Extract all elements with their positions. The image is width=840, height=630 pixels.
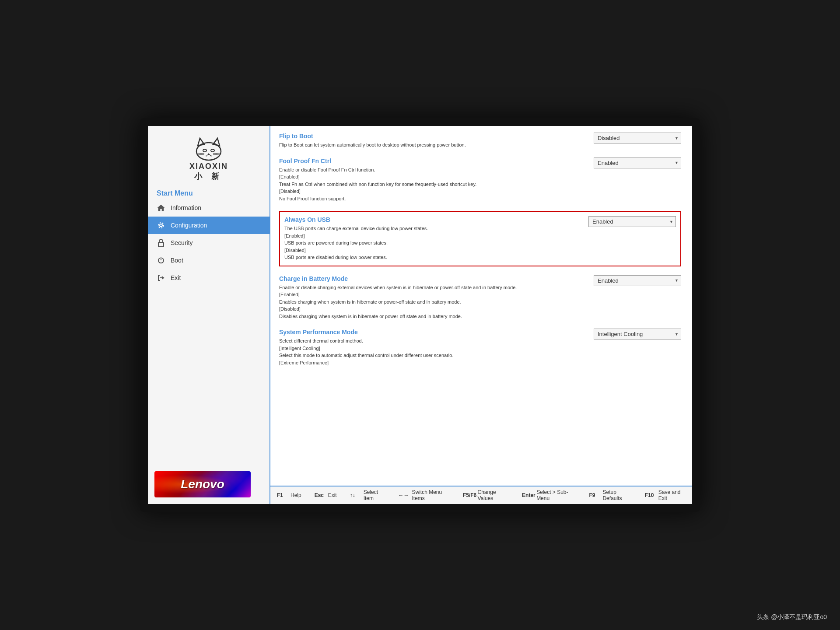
power-icon (157, 256, 165, 265)
shortcut-enter-label: Select > Sub-Menu (536, 489, 576, 501)
shortcut-f10-key: F10 (645, 492, 656, 498)
shortcut-f1-label: Help (290, 492, 301, 498)
setting-charge-in-battery-mode-control: Disabled Enabled (594, 275, 681, 286)
setting-charge-in-battery-mode-row: Charge in Battery Mode Enable or disable… (279, 275, 681, 320)
svg-marker-1 (198, 138, 204, 146)
setting-charge-in-battery-mode: Charge in Battery Mode Enable or disable… (279, 275, 681, 320)
nav-items: Information Configuration (148, 199, 270, 465)
setting-flip-to-boot-row: Flip to Boot Flip to Boot can let system… (279, 133, 681, 149)
system-performance-mode-dropdown-wrapper: Intelligent Cooling Extreme Performance … (594, 329, 681, 340)
sidebar-item-security-label: Security (171, 239, 193, 246)
sidebar-item-boot[interactable]: Boot (148, 252, 270, 269)
shortcut-f9-label: Setup Defaults (602, 489, 631, 501)
always-on-usb-dropdown-wrapper: Disabled Enabled (588, 216, 676, 227)
shortcut-f10-label: Save and Exit (658, 489, 686, 501)
monitor-bezel: XIAOXIN 小 新 Start Menu Information (140, 118, 700, 512)
bios-screen: XIAOXIN 小 新 Start Menu Information (148, 126, 692, 504)
fool-proof-fn-ctrl-dropdown-wrapper: Disabled Enabled (594, 158, 681, 168)
shortcut-arrows-ud: ↑↓ Select Item (350, 489, 385, 501)
always-on-usb-dropdown[interactable]: Disabled Enabled (588, 216, 676, 227)
lenovo-logo-area: Lenovo (148, 465, 270, 504)
setting-system-performance-mode-control: Intelligent Cooling Extreme Performance … (594, 329, 681, 340)
shortcut-arrows-lr: ←→ Switch Menu Items (398, 489, 449, 501)
sidebar-item-boot-label: Boot (171, 257, 183, 264)
svg-point-11 (158, 223, 164, 228)
shortcut-arrows-ud-label: Select Item (364, 489, 385, 501)
setting-always-on-usb-desc: The USB ports can charge external device… (284, 225, 582, 261)
setting-flip-to-boot-info: Flip to Boot Flip to Boot can let system… (279, 133, 587, 149)
setting-always-on-usb-row: Always On USB The USB ports can charge e… (284, 216, 676, 261)
setting-charge-in-battery-mode-desc: Enable or disable charging external devi… (279, 284, 587, 320)
shortcut-enter-key: Enter (522, 492, 534, 498)
setting-fool-proof-fn-ctrl: Fool Proof Fn Ctrl Enable or disable Foo… (279, 158, 681, 203)
shortcut-f10: F10 Save and Exit (645, 489, 686, 501)
bottom-bar: F1 Help Esc Exit ↑↓ Select Item ←→ Switc… (270, 486, 692, 504)
setting-always-on-usb-control: Disabled Enabled (588, 216, 676, 227)
charge-in-battery-mode-dropdown[interactable]: Disabled Enabled (594, 275, 681, 286)
setting-fool-proof-fn-ctrl-desc: Enable or disable Fool Proof Fn Ctrl fun… (279, 166, 587, 203)
sidebar-item-security[interactable]: Security (148, 234, 270, 252)
svg-rect-12 (158, 242, 164, 247)
content-area: Flip to Boot Flip to Boot can let system… (270, 126, 692, 504)
watermark: 头条 @小泽不是玛利亚o0 (757, 613, 827, 621)
lock-icon (157, 238, 165, 247)
logo-area: XIAOXIN 小 新 (148, 126, 270, 186)
shortcut-esc-label: Exit (328, 492, 337, 498)
brand-name-cn: 小 新 (194, 171, 223, 182)
start-menu-label: Start Menu (148, 186, 270, 199)
brand-name-en: XIAOXIN (189, 162, 228, 171)
svg-line-7 (197, 154, 204, 155)
sidebar-item-exit-label: Exit (171, 274, 181, 281)
system-performance-mode-dropdown[interactable]: Intelligent Cooling Extreme Performance … (594, 329, 681, 340)
shortcut-enter: Enter Select > Sub-Menu (522, 489, 576, 501)
setting-fool-proof-fn-ctrl-title: Fool Proof Fn Ctrl (279, 158, 587, 164)
sidebar-item-configuration-label: Configuration (171, 222, 207, 229)
setting-fool-proof-fn-ctrl-row: Fool Proof Fn Ctrl Enable or disable Foo… (279, 158, 681, 203)
flip-to-boot-dropdown-wrapper: Disabled Enabled (594, 133, 681, 144)
setting-flip-to-boot-control: Disabled Enabled (594, 133, 681, 144)
setting-flip-to-boot: Flip to Boot Flip to Boot can let system… (279, 133, 681, 149)
svg-point-3 (203, 149, 206, 152)
shortcut-f9: F9 Setup Defaults (589, 489, 631, 501)
svg-line-8 (213, 153, 220, 154)
shortcut-f9-key: F9 (589, 492, 600, 498)
lenovo-logo: Lenovo (154, 471, 251, 497)
exit-icon (157, 273, 165, 282)
setting-fool-proof-fn-ctrl-control: Disabled Enabled (594, 158, 681, 168)
svg-line-9 (213, 154, 220, 155)
sidebar-item-exit[interactable]: Exit (148, 269, 270, 287)
charge-in-battery-mode-dropdown-wrapper: Disabled Enabled (594, 275, 681, 286)
shortcut-f1-key: F1 (277, 492, 288, 498)
setting-system-performance-mode-row: System Performance Mode Select different… (279, 329, 681, 366)
shortcut-esc: Esc Exit (315, 489, 337, 501)
cat-logo-icon (191, 135, 226, 161)
sidebar-item-information-label: Information (171, 204, 201, 211)
setting-system-performance-mode-desc: Select different thermal control method.… (279, 337, 587, 366)
sidebar-item-information[interactable]: Information (148, 199, 270, 217)
flip-to-boot-dropdown[interactable]: Disabled Enabled (594, 133, 681, 144)
setting-system-performance-mode-title: System Performance Mode (279, 329, 587, 336)
sidebar-item-configuration[interactable]: Configuration (148, 217, 270, 234)
content-scroll[interactable]: Flip to Boot Flip to Boot can let system… (270, 126, 692, 486)
setting-always-on-usb-title: Always On USB (284, 216, 582, 223)
home-icon (157, 203, 165, 212)
setting-system-performance-mode: System Performance Mode Select different… (279, 329, 681, 366)
svg-point-10 (160, 224, 162, 227)
setting-system-performance-mode-info: System Performance Mode Select different… (279, 329, 587, 366)
svg-marker-5 (207, 153, 210, 155)
svg-line-6 (197, 153, 204, 154)
shortcut-esc-key: Esc (315, 492, 326, 498)
shortcut-f5f6: F5/F6 Change Values (463, 489, 509, 501)
setting-always-on-usb-info: Always On USB The USB ports can charge e… (284, 216, 582, 261)
shortcut-f5f6-key: F5/F6 (463, 492, 475, 498)
shortcut-f5f6-label: Change Values (478, 489, 509, 501)
shortcut-arrows-lr-key: ←→ (398, 492, 409, 498)
setting-fool-proof-fn-ctrl-info: Fool Proof Fn Ctrl Enable or disable Foo… (279, 158, 587, 203)
setting-always-on-usb-box: Always On USB The USB ports can charge e… (279, 211, 681, 266)
setting-flip-to-boot-desc: Flip to Boot can let system automaticall… (279, 141, 587, 149)
setting-charge-in-battery-mode-title: Charge in Battery Mode (279, 275, 587, 282)
fool-proof-fn-ctrl-dropdown[interactable]: Disabled Enabled (594, 158, 681, 168)
svg-point-4 (211, 149, 214, 152)
bios-main: XIAOXIN 小 新 Start Menu Information (148, 126, 692, 504)
setting-charge-in-battery-mode-info: Charge in Battery Mode Enable or disable… (279, 275, 587, 320)
